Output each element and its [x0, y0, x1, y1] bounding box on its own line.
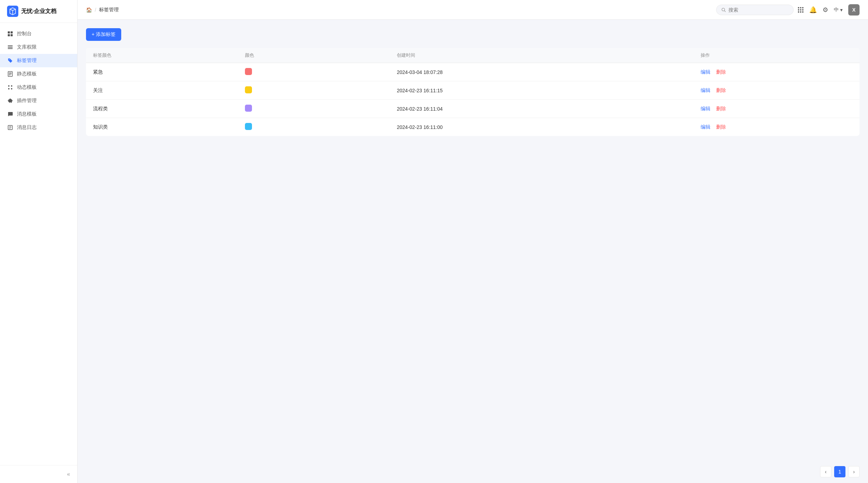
svg-rect-10 [9, 73, 12, 73]
sidebar-item-static-label: 静态模板 [17, 71, 37, 77]
sidebar: 无忧·企业文档 控制台 文库权限 标签管理 [0, 0, 78, 483]
sidebar-item-message-log[interactable]: 消息日志 [0, 121, 77, 134]
search-input[interactable] [728, 7, 788, 13]
tag-color-3 [245, 123, 397, 131]
sidebar-item-dashboard-label: 控制台 [17, 31, 32, 37]
sidebar-nav: 控制台 文库权限 标签管理 静态模板 动态模板 [0, 23, 77, 465]
collapse-icon[interactable]: « [67, 471, 70, 477]
delete-button-0[interactable]: 删除 [716, 69, 726, 75]
color-swatch-1 [245, 86, 252, 93]
settings-icon[interactable]: ⚙ [823, 6, 828, 14]
tag-name-0: 紧急 [93, 69, 245, 75]
tag-created-3: 2024-02-23 16:11:00 [397, 124, 701, 130]
tag-name-3: 知识类 [93, 124, 245, 130]
table-row: 流程类 2024-02-23 16:11:04 编辑 删除 [86, 100, 860, 118]
svg-rect-7 [8, 47, 13, 48]
tag-name-2: 流程类 [93, 106, 245, 112]
delete-button-2[interactable]: 删除 [716, 106, 726, 112]
edit-button-0[interactable]: 编辑 [701, 69, 710, 75]
sidebar-collapse[interactable]: « [0, 465, 77, 483]
svg-point-15 [8, 88, 10, 89]
svg-rect-3 [11, 31, 13, 33]
sidebar-item-msg-template-label: 消息模板 [17, 111, 37, 117]
lang-label: 中 [834, 7, 839, 13]
tag-actions-0: 编辑 删除 [701, 69, 852, 75]
breadcrumb: 🏠 / 标签管理 [86, 7, 712, 13]
tags-icon [7, 57, 13, 64]
tag-actions-2: 编辑 删除 [701, 106, 852, 112]
grid-menu-icon[interactable] [798, 7, 804, 13]
table-row: 紧急 2024-03-04 18:07:28 编辑 删除 [86, 63, 860, 81]
tag-color-0 [245, 68, 397, 76]
breadcrumb-separator: / [95, 7, 96, 13]
user-avatar[interactable]: X [848, 4, 860, 16]
message-log-icon [7, 124, 13, 131]
sidebar-item-static-template[interactable]: 静态模板 [0, 67, 77, 81]
tags-table: 标签颜色 颜色 创建时间 操作 紧急 2024-03-04 18:07:28 编… [86, 48, 860, 136]
static-template-icon [7, 71, 13, 77]
svg-rect-11 [9, 74, 12, 74]
tag-name-1: 关注 [93, 87, 245, 94]
svg-rect-6 [8, 45, 13, 46]
svg-point-16 [11, 88, 12, 89]
next-page-button[interactable]: › [848, 466, 860, 477]
home-icon: 🏠 [86, 7, 92, 13]
header-actions: 🔔 ⚙ 中 ▾ X [798, 4, 860, 16]
language-selector[interactable]: 中 ▾ [834, 7, 843, 13]
table-row: 关注 2024-02-23 16:11:15 编辑 删除 [86, 81, 860, 100]
sidebar-item-plugins-label: 插件管理 [17, 98, 37, 104]
col-created-at: 创建时间 [397, 52, 701, 58]
plugins-icon [7, 98, 13, 104]
dynamic-template-icon [7, 84, 13, 91]
prev-page-button[interactable]: ‹ [820, 466, 831, 477]
tag-created-1: 2024-02-23 16:11:15 [397, 88, 701, 93]
logo-icon [7, 6, 18, 17]
table-header: 标签颜色 颜色 创建时间 操作 [86, 48, 860, 63]
svg-point-13 [8, 85, 10, 87]
pagination: ‹ 1 › [78, 460, 868, 483]
tag-created-2: 2024-02-23 16:11:04 [397, 106, 701, 112]
edit-button-1[interactable]: 编辑 [701, 87, 710, 94]
edit-button-3[interactable]: 编辑 [701, 124, 710, 130]
search-icon [721, 7, 726, 12]
page-1-button[interactable]: 1 [834, 466, 845, 477]
sidebar-item-library[interactable]: 文库权限 [0, 41, 77, 54]
sidebar-item-tags[interactable]: 标签管理 [0, 54, 77, 67]
breadcrumb-current: 标签管理 [99, 7, 119, 13]
sidebar-item-tags-label: 标签管理 [17, 57, 37, 64]
search-box[interactable] [716, 5, 794, 15]
tag-created-0: 2024-03-04 18:07:28 [397, 69, 701, 75]
lang-arrow: ▾ [840, 7, 843, 13]
table-row: 知识类 2024-02-23 16:11:00 编辑 删除 [86, 118, 860, 136]
col-color: 颜色 [245, 52, 397, 58]
svg-rect-4 [8, 34, 10, 36]
color-swatch-3 [245, 123, 252, 130]
sidebar-item-dynamic-label: 动态模板 [17, 84, 37, 91]
main-area: 🏠 / 标签管理 🔔 ⚙ 中 ▾ [78, 0, 868, 483]
edit-button-2[interactable]: 编辑 [701, 106, 710, 112]
color-swatch-2 [245, 105, 252, 112]
tag-actions-1: 编辑 删除 [701, 87, 852, 94]
svg-rect-8 [8, 48, 13, 49]
sidebar-item-plugins[interactable]: 插件管理 [0, 94, 77, 107]
message-template-icon [7, 111, 13, 117]
sidebar-item-dashboard[interactable]: 控制台 [0, 27, 77, 41]
svg-rect-2 [8, 31, 10, 33]
svg-rect-12 [9, 75, 11, 75]
delete-button-3[interactable]: 删除 [716, 124, 726, 130]
tag-actions-3: 编辑 删除 [701, 124, 852, 130]
col-tag-name: 标签颜色 [93, 52, 245, 58]
sidebar-item-message-template[interactable]: 消息模板 [0, 107, 77, 121]
notification-icon[interactable]: 🔔 [809, 6, 817, 14]
library-icon [7, 44, 13, 50]
color-swatch-0 [245, 68, 252, 75]
svg-rect-5 [11, 34, 13, 36]
sidebar-item-dynamic-template[interactable]: 动态模板 [0, 81, 77, 94]
delete-button-1[interactable]: 删除 [716, 87, 726, 94]
sidebar-item-msg-log-label: 消息日志 [17, 124, 37, 131]
app-title: 无忧·企业文档 [21, 8, 56, 15]
add-tag-button[interactable]: + 添加标签 [86, 28, 121, 41]
tag-color-2 [245, 105, 397, 113]
header: 🏠 / 标签管理 🔔 ⚙ 中 ▾ [78, 0, 868, 20]
sidebar-item-library-label: 文库权限 [17, 44, 37, 50]
